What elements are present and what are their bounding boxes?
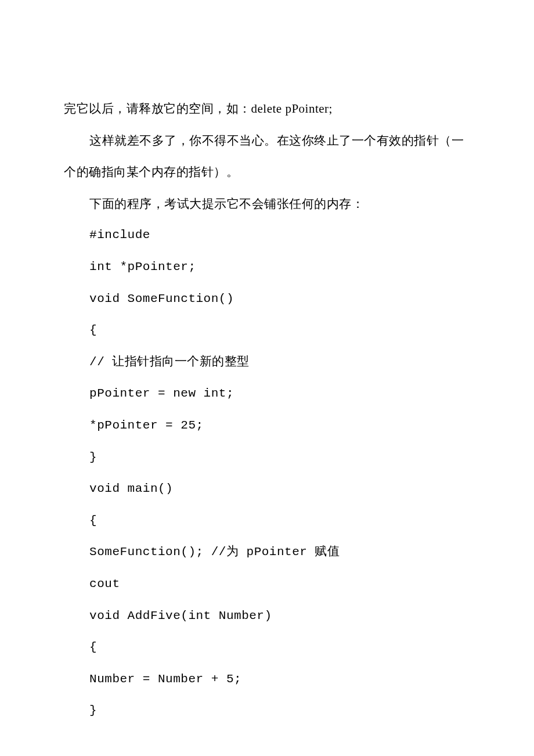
code-line: { [64, 632, 470, 664]
text-line: 下面的程序，考试大提示它不会铺张任何的内存： [64, 188, 470, 220]
code-line: cout [64, 568, 470, 600]
code-line: *pPointer = 25; [64, 410, 470, 442]
code-line: } [64, 442, 470, 474]
text-line: 完它以后，请释放它的空间，如：delete pPointer; [64, 93, 470, 125]
text-line: 这样就差不多了，你不得不当心。在这你终止了一个有效的指针（一 [64, 125, 470, 157]
code-line: void main() [64, 473, 470, 505]
code-line: // 让指针指向一个新的整型 [64, 347, 470, 379]
code-line: int *pPointer; [64, 251, 470, 283]
code-line: Number = Number + 5; [64, 664, 470, 696]
code-line: } [64, 695, 470, 727]
code-line: void SomeFunction() [64, 283, 470, 315]
document-page: 完它以后，请释放它的空间，如：delete pPointer; 这样就差不多了，… [0, 0, 534, 756]
code-line: pPointer = new int; [64, 378, 470, 410]
code-line: void AddFive(int Number) [64, 600, 470, 632]
code-line: { [64, 505, 470, 537]
code-line: #include [64, 219, 470, 251]
text-line: 个的确指向某个内存的指针）。 [64, 156, 470, 188]
code-line: { [64, 315, 470, 347]
code-line: SomeFunction(); //为 pPointer 赋值 [64, 537, 470, 568]
